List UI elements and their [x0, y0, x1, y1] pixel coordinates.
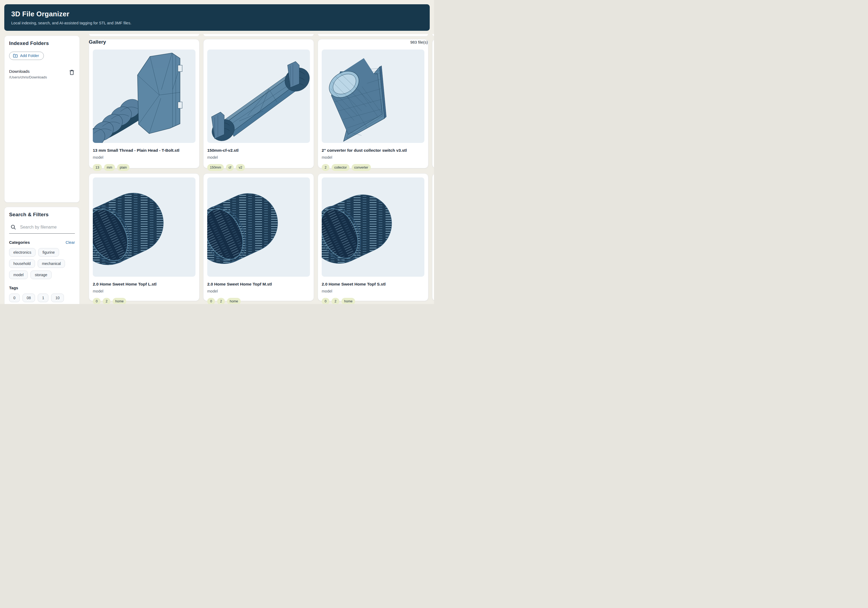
pot-render: [322, 177, 425, 277]
file-name: 150mm-cf-v2.stl: [207, 148, 310, 153]
file-tags: 0 2 home: [93, 298, 195, 304]
file-card-converter[interactable]: 2" converter for dust collector switch v…: [318, 39, 428, 168]
indexed-folders-panel: Indexed Folders Add Folder Downloads /Us…: [4, 36, 80, 202]
tag-chip-0[interactable]: 0: [9, 294, 20, 302]
file-category: model: [207, 155, 310, 160]
folder-plus-icon: [13, 54, 18, 58]
file-tag: 13: [93, 164, 102, 171]
category-chip-mechanical[interactable]: mechanical: [38, 259, 65, 268]
file-name: 2.0 Home Sweet Home Topf S.stl: [322, 282, 425, 287]
indexed-folder-row: Downloads /Users/chris/Downloads: [9, 69, 75, 79]
search-field: [9, 224, 75, 233]
file-category: model: [322, 155, 425, 160]
file-tag: 2: [217, 298, 225, 304]
card-clipped: [432, 173, 434, 301]
pot-render: [207, 177, 310, 277]
file-card-t-bolt[interactable]: 13 mm Small Thread - Plain Head - T-Bolt…: [89, 39, 200, 168]
search-input[interactable]: [20, 224, 74, 230]
card-clipped: [432, 39, 434, 168]
remove-folder-button[interactable]: [69, 70, 74, 76]
file-tag: 0: [207, 298, 215, 304]
file-card-150mm-cf[interactable]: 150mm-cf-v2.stl model 150mm cf v2: [203, 39, 314, 168]
file-tags: 0 2 home: [207, 298, 310, 304]
file-tag: 2: [103, 298, 110, 304]
card-fragment: [89, 34, 200, 36]
file-tags: 13 mm plain: [93, 164, 195, 171]
file-tag: 2: [322, 164, 329, 171]
card-fragment: [432, 34, 434, 36]
file-card-topf-s[interactable]: 2.0 Home Sweet Home Topf S.stl model 0 2…: [318, 173, 428, 301]
tag-filter-chips: 0 08 1 10: [9, 294, 75, 304]
add-folder-label: Add Folder: [20, 53, 39, 58]
pot-render: [93, 177, 195, 277]
file-tags: 0 2 home: [322, 298, 425, 304]
file-tag: plain: [117, 164, 129, 171]
file-name: 2.0 Home Sweet Home Topf L.stl: [93, 282, 195, 287]
file-tag: 2: [332, 298, 339, 304]
file-name: 13 mm Small Thread - Plain Head - T-Bolt…: [93, 148, 195, 153]
category-chip-model[interactable]: model: [9, 271, 28, 279]
file-tag: v2: [236, 164, 245, 171]
card-fragment: [203, 34, 314, 36]
model-preview-pot: [207, 177, 310, 277]
gallery-row: 13 mm Small Thread - Plain Head - T-Bolt…: [89, 39, 434, 168]
category-chip-figurine[interactable]: figurine: [38, 248, 59, 257]
file-tag: home: [113, 298, 126, 304]
file-category: model: [93, 155, 195, 160]
file-tag: converter: [352, 164, 371, 171]
file-category: model: [207, 289, 310, 293]
file-name: 2.0 Home Sweet Home Topf M.stl: [207, 282, 310, 287]
app-window: 3D File Organizer Local indexing, search…: [0, 0, 434, 304]
folder-path: /Users/chris/Downloads: [9, 75, 65, 79]
tag-chip-1[interactable]: 1: [38, 294, 48, 302]
tag-chip-08[interactable]: 08: [22, 294, 35, 302]
file-card-topf-l[interactable]: 2.0 Home Sweet Home Topf L.stl model 0 2…: [89, 173, 200, 301]
model-preview-converter: [322, 50, 425, 143]
gallery-row: 2.0 Home Sweet Home Topf L.stl model 0 2…: [89, 173, 434, 301]
file-tag: mm: [104, 164, 115, 171]
file-tag: collector: [332, 164, 349, 171]
tag-chip-10[interactable]: 10: [51, 294, 64, 302]
category-chip-storage[interactable]: storage: [31, 271, 52, 279]
indexed-folders-title: Indexed Folders: [9, 40, 75, 46]
file-tags: 150mm cf v2: [207, 164, 310, 171]
app-title: 3D File Organizer: [4, 4, 430, 18]
file-card-topf-m[interactable]: 2.0 Home Sweet Home Topf M.stl model 0 2…: [203, 173, 314, 301]
trash-icon: [69, 70, 74, 75]
search-filters-panel: Search & Filters Categories Clear electr…: [4, 207, 80, 304]
clear-filters-link[interactable]: Clear: [65, 240, 75, 244]
file-tag: home: [341, 298, 355, 304]
model-preview-pot: [93, 177, 195, 277]
folder-name: Downloads: [9, 69, 65, 74]
tags-header: Tags: [9, 286, 75, 290]
scrolled-card-row-fragments: [89, 34, 434, 36]
file-tag: home: [227, 298, 241, 304]
app-header: 3D File Organizer Local indexing, search…: [4, 4, 430, 31]
file-category: model: [322, 289, 425, 293]
t-bolt-render: [93, 50, 195, 143]
file-tag: 0: [93, 298, 101, 304]
search-filters-title: Search & Filters: [9, 211, 75, 218]
file-tag: 0: [322, 298, 329, 304]
card-fragment: [318, 34, 428, 36]
file-tag: 150mm: [207, 164, 224, 171]
category-chips: electronics figurine household mechanica…: [9, 248, 75, 279]
file-category: model: [93, 289, 195, 293]
model-preview-pot: [322, 177, 425, 277]
app-subtitle: Local indexing, search, and AI-assisted …: [4, 18, 430, 25]
category-chip-electronics[interactable]: electronics: [9, 248, 36, 257]
add-folder-button[interactable]: Add Folder: [9, 52, 44, 60]
model-preview-beam: [207, 50, 310, 143]
tags-label: Tags: [9, 286, 18, 290]
file-tags: 2 collector converter: [322, 164, 425, 171]
beam-render: [207, 50, 310, 143]
category-chip-household[interactable]: household: [9, 259, 35, 268]
search-icon: [11, 224, 16, 230]
file-name: 2" converter for dust collector switch v…: [322, 148, 425, 153]
converter-render: [322, 50, 425, 143]
file-tag: cf: [226, 164, 234, 171]
categories-header: Categories Clear: [9, 240, 75, 244]
model-preview-t-bolt: [93, 50, 195, 143]
categories-label: Categories: [9, 240, 30, 244]
